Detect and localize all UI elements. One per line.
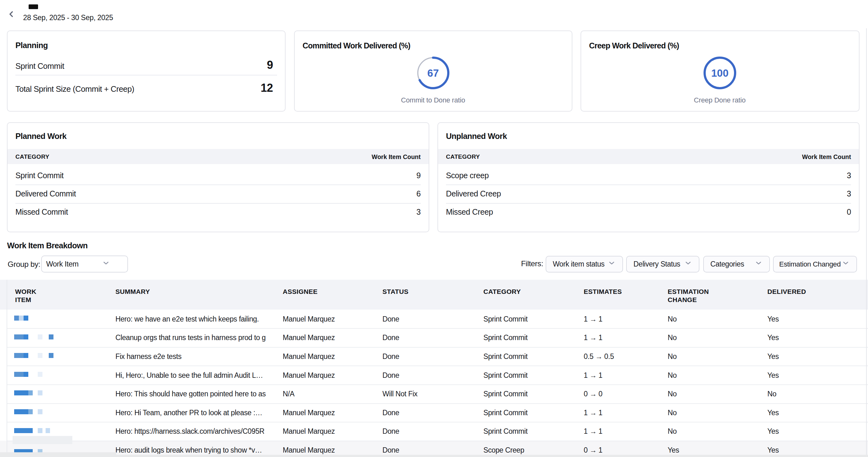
svg-text:100: 100 (711, 67, 728, 79)
svg-text:67: 67 (427, 67, 439, 79)
